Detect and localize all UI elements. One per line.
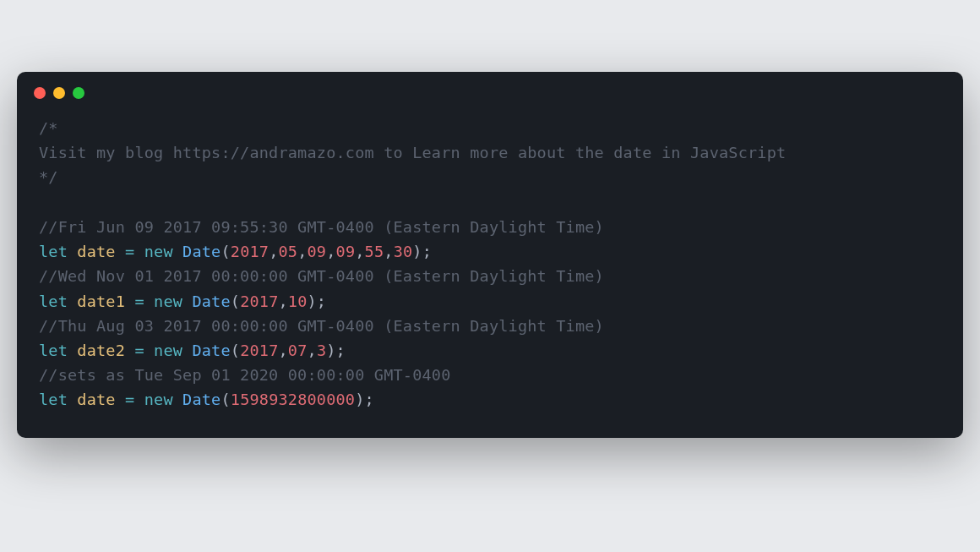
identifier-date: date <box>77 243 115 260</box>
keyword-new: new <box>154 342 182 359</box>
comment-line-2: //Wed Nov 01 2017 00:00:00 GMT-0400 (Eas… <box>39 267 604 285</box>
comma: , <box>326 243 335 260</box>
arg-day: 3 <box>317 342 326 359</box>
class-date: Date <box>192 292 230 310</box>
paren-close: ); <box>308 292 327 310</box>
comma: , <box>297 243 307 260</box>
minimize-icon[interactable] <box>53 87 65 99</box>
comma: , <box>269 243 278 260</box>
comma: , <box>308 342 317 359</box>
identifier-date2: date2 <box>77 342 125 359</box>
keyword-new: new <box>154 292 182 310</box>
class-date: Date <box>182 391 220 408</box>
close-icon[interactable] <box>34 87 46 99</box>
comment-block-body: Visit my blog https://andramazo.com to L… <box>39 144 786 161</box>
arg-month: 05 <box>279 243 298 260</box>
window-titlebar <box>17 72 963 107</box>
paren-open: ( <box>220 391 230 408</box>
maximize-icon[interactable] <box>73 87 84 99</box>
comment-line-3: //Thu Aug 03 2017 00:00:00 GMT-0400 (Eas… <box>39 317 604 335</box>
operator-assign: = <box>125 342 154 359</box>
arg-month: 07 <box>288 342 308 359</box>
comma: , <box>279 342 288 359</box>
keyword-new: new <box>144 391 173 408</box>
arg-timestamp: 1598932800000 <box>231 391 355 408</box>
arg-month: 10 <box>288 292 308 310</box>
keyword-let: let <box>39 342 68 359</box>
paren-open: ( <box>231 342 240 359</box>
arg-hour: 09 <box>336 243 356 260</box>
operator-assign: = <box>125 292 154 310</box>
comma: , <box>355 243 364 260</box>
paren-close: ); <box>355 391 374 408</box>
comma: , <box>279 292 288 310</box>
keyword-let: let <box>39 243 68 260</box>
paren-open: ( <box>231 292 240 310</box>
operator-assign: = <box>116 243 144 260</box>
arg-year: 2017 <box>240 342 278 359</box>
code-window: /* Visit my blog https://andramazo.com t… <box>17 72 963 438</box>
keyword-let: let <box>39 391 68 408</box>
comment-line-4: //sets as Tue Sep 01 2020 00:00:00 GMT-0… <box>39 366 451 384</box>
paren-open: ( <box>220 243 230 260</box>
comment-block-close: */ <box>39 168 58 186</box>
arg-year: 2017 <box>240 292 278 310</box>
arg-min: 55 <box>365 243 384 260</box>
operator-assign: = <box>116 391 144 408</box>
identifier-date: date <box>77 391 115 408</box>
paren-close: ); <box>326 342 346 359</box>
comment-line-1: //Fri Jun 09 2017 09:55:30 GMT-0400 (Eas… <box>39 218 604 236</box>
arg-sec: 30 <box>394 243 413 260</box>
paren-close: ); <box>412 243 432 260</box>
class-date: Date <box>182 243 220 260</box>
arg-day: 09 <box>308 243 327 260</box>
arg-year: 2017 <box>231 243 269 260</box>
class-date: Date <box>192 342 230 359</box>
code-editor: /* Visit my blog https://andramazo.com t… <box>17 107 963 438</box>
comma: , <box>384 243 393 260</box>
comment-block-open: /* <box>39 119 58 137</box>
identifier-date1: date1 <box>77 292 125 310</box>
keyword-new: new <box>144 243 173 260</box>
keyword-let: let <box>39 292 68 310</box>
